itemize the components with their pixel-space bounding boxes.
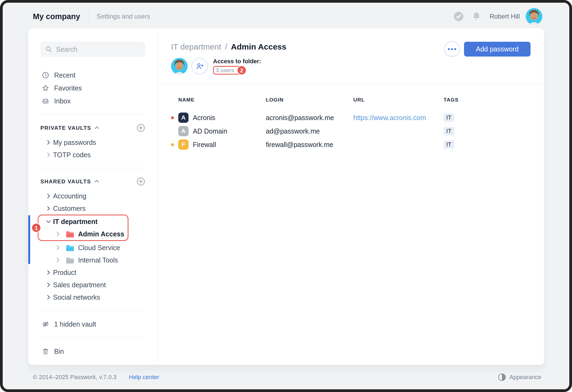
search-input[interactable] — [56, 46, 140, 53]
main-panel: IT department / Admin Access Access to f… — [158, 28, 544, 365]
private-vaults-header: PRIVATE VAULTS — [40, 122, 145, 134]
tag-badge[interactable]: IT — [444, 140, 454, 149]
sidebar-item-label: Recent — [54, 71, 75, 79]
password-name: AD Domain — [193, 127, 227, 135]
contrast-icon — [498, 373, 506, 381]
header-actions: Add password — [444, 41, 531, 57]
settings-and-users-link[interactable]: Settings and users — [97, 13, 150, 20]
password-login: firewall@passwork.me — [266, 141, 353, 149]
tag-badge[interactable]: IT — [444, 113, 454, 122]
annotation-step1-badge: 1 — [31, 223, 41, 233]
sidebar-item-internal-tools[interactable]: Internal Tools — [40, 254, 145, 266]
add-password-button[interactable]: Add password — [464, 42, 531, 57]
topbar-divider — [88, 11, 89, 22]
folder-icon — [66, 244, 74, 251]
sidebar-item-social-networks[interactable]: Social networks — [40, 291, 145, 303]
password-url-link[interactable]: https://www.acronis.com — [353, 114, 444, 122]
sidebar-item-inbox[interactable]: Inbox — [40, 94, 145, 107]
annotation-step2-badge: 2 — [237, 65, 247, 75]
sidebar-item-label: Inbox — [54, 97, 71, 105]
chevron-right-icon[interactable] — [44, 204, 53, 212]
chevron-down-icon[interactable] — [44, 218, 53, 226]
star-icon — [42, 84, 49, 92]
chevron-right-icon[interactable] — [54, 230, 62, 238]
add-user-button[interactable] — [191, 58, 208, 74]
status-dot — [171, 143, 174, 146]
chevron-right-icon[interactable] — [44, 293, 53, 301]
shared-vaults-header: SHARED VAULTS — [40, 175, 145, 188]
sidebar-item-bin[interactable]: Bin — [40, 345, 145, 358]
breadcrumb-separator: / — [225, 42, 227, 51]
vault-label: TOTP codes — [53, 151, 90, 159]
chevron-right-icon[interactable] — [44, 192, 53, 200]
annotation-step1-box: 1 IT department Admin Access — [38, 215, 128, 241]
header-divider — [158, 84, 544, 85]
chevron-right-icon[interactable] — [44, 151, 53, 159]
search-box — [40, 42, 145, 57]
add-shared-vault-button[interactable] — [137, 177, 145, 186]
vault-label: My passwords — [53, 139, 96, 146]
selection-indicator-bar — [28, 215, 30, 264]
table-row[interactable]: A Acronis acronis@passwork.me https://ww… — [178, 111, 531, 124]
chevron-right-icon[interactable] — [44, 281, 53, 289]
password-login: acronis@passwork.me — [266, 114, 353, 122]
sidebar-item-sales-department[interactable]: Sales department — [40, 279, 145, 291]
chevron-right-icon[interactable] — [54, 244, 62, 252]
appearance-toggle[interactable]: Appearance — [498, 373, 541, 381]
table-row[interactable]: A AD Domain ad@passwork.me IT — [178, 124, 531, 138]
sidebar-divider — [40, 168, 145, 168]
sidebar: Recent Favorites Inbox PRIVATE VAULTS My… — [28, 28, 158, 365]
company-name: My company — [33, 12, 80, 21]
password-name: Acronis — [193, 114, 215, 122]
hidden-vault-label: 1 hidden vault — [54, 320, 96, 328]
sidebar-item-hidden-vault[interactable]: 1 hidden vault — [40, 318, 145, 331]
breadcrumb-parent[interactable]: IT department — [171, 42, 221, 51]
sidebar-item-favorites[interactable]: Favorites — [40, 82, 145, 94]
sidebar-item-admin-access[interactable]: Admin Access — [40, 228, 128, 240]
user-name[interactable]: Robert Hill — [490, 13, 520, 20]
add-private-vault-button[interactable] — [137, 124, 145, 132]
folder-access-header: Access to folder: 3 users 2 — [171, 58, 531, 75]
chevron-right-icon[interactable] — [44, 138, 53, 146]
passwords-table: NAME LOGIN URL TAGS A Acronis acronis@pa… — [171, 97, 531, 151]
sidebar-item-cloud-service[interactable]: Cloud Service — [40, 242, 145, 254]
help-center-link[interactable]: Help center — [129, 374, 159, 381]
folder-label: Cloud Service — [78, 244, 120, 252]
vault-label: Sales department — [53, 281, 106, 289]
ellipsis-icon — [451, 48, 453, 50]
check-circle-icon[interactable] — [454, 11, 464, 22]
name-cell: F Firewall — [178, 139, 266, 150]
chevron-up-icon[interactable] — [94, 178, 100, 184]
sidebar-item-my-passwords[interactable]: My passwords — [40, 136, 145, 149]
person-plus-icon — [196, 62, 204, 70]
user-avatar[interactable] — [526, 8, 542, 25]
sidebar-item-customers[interactable]: Customers — [40, 202, 145, 215]
shared-vaults-title[interactable]: SHARED VAULTS — [40, 178, 91, 185]
vault-label: Customers — [53, 205, 86, 212]
more-options-button[interactable] — [444, 41, 460, 57]
folder-user-avatar[interactable] — [171, 58, 188, 75]
users-count-link[interactable]: 3 users — [216, 67, 234, 74]
ellipsis-icon — [454, 48, 456, 50]
chevron-right-icon[interactable] — [54, 256, 62, 264]
table-row[interactable]: F Firewall firewall@passwork.me IT — [178, 138, 531, 151]
folder-icon — [66, 257, 74, 264]
column-header-login: LOGIN — [266, 97, 353, 103]
sidebar-item-recent[interactable]: Recent — [40, 69, 145, 82]
sidebar-item-accounting[interactable]: Accounting — [40, 190, 145, 202]
sidebar-divider — [40, 310, 145, 311]
sidebar-item-totp-codes[interactable]: TOTP codes — [40, 149, 145, 161]
private-vaults-title[interactable]: PRIVATE VAULTS — [40, 125, 91, 131]
name-cell: A Acronis — [178, 113, 266, 123]
tag-badge[interactable]: IT — [444, 127, 454, 135]
column-header-name: NAME — [178, 97, 266, 103]
table-header-row: NAME LOGIN URL TAGS — [178, 97, 531, 103]
sidebar-item-it-department[interactable]: IT department — [40, 215, 128, 228]
chevron-up-icon[interactable] — [94, 125, 100, 131]
name-cell: A AD Domain — [178, 126, 266, 136]
column-header-url: URL — [353, 97, 444, 103]
bell-icon[interactable] — [471, 11, 482, 22]
status-dot — [171, 130, 174, 133]
chevron-right-icon[interactable] — [44, 268, 53, 276]
sidebar-item-product[interactable]: Product — [40, 266, 145, 279]
